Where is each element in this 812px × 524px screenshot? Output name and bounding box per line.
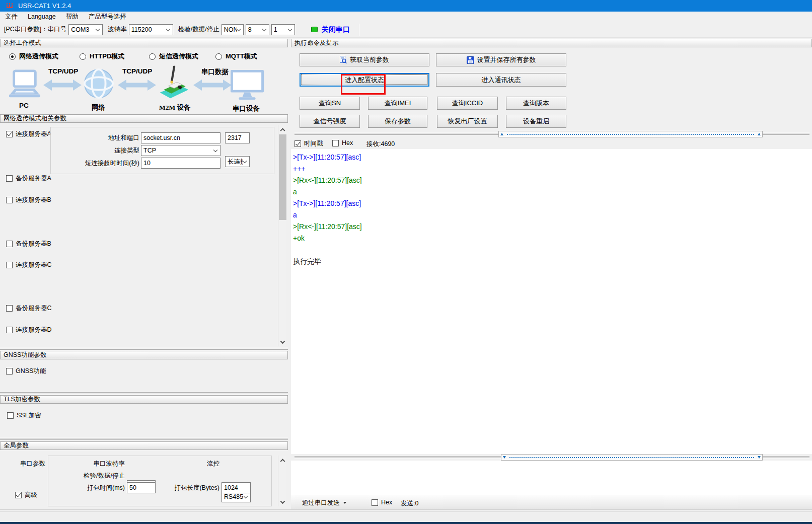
- log-output-area[interactable]: >[Tx->][11:20:57][asc] +++ >[Rx<-][11:20…: [291, 149, 812, 454]
- global-params-header: 全局参数: [0, 441, 288, 450]
- checkbox-icon: [294, 140, 301, 147]
- menu-help[interactable]: 帮助: [61, 12, 84, 22]
- section-separator: [0, 392, 288, 394]
- scroll-down-icon[interactable]: [278, 498, 287, 506]
- checkbox-connect-server-b[interactable]: 连接服务器B: [6, 196, 51, 204]
- link-label-tcp-udp-1: TCP/UDP: [48, 67, 78, 75]
- splitter-dots: [507, 134, 754, 135]
- arrow-pc-network-icon: [43, 79, 82, 91]
- node-label-network: 网络: [92, 103, 105, 112]
- checkbox-connect-server-a[interactable]: 连接服务器A: [6, 130, 51, 138]
- checkbox-icon: [332, 140, 339, 146]
- conn-type-select[interactable]: TCP: [141, 145, 220, 156]
- device-restart-button[interactable]: 设备重启: [506, 115, 566, 128]
- com-port-select[interactable]: COM3: [68, 24, 103, 35]
- chevron-down-icon: [166, 27, 170, 31]
- get-params-button[interactable]: 获取当前参数: [300, 53, 429, 66]
- short-conn-timeout-input[interactable]: 10: [141, 158, 220, 169]
- collapse-arrow-icon: [758, 456, 761, 459]
- checkbox-icon: [6, 368, 13, 375]
- parity-select[interactable]: NONI: [222, 24, 244, 35]
- log-splitter-handle[interactable]: [498, 131, 763, 137]
- window-bottom-edge: [0, 522, 812, 524]
- menu-product-model[interactable]: 产品型号选择: [84, 12, 131, 22]
- query-version-button[interactable]: 查询版本: [506, 97, 566, 110]
- radio-icon: [80, 53, 86, 60]
- checkbox-advanced[interactable]: 高级: [15, 491, 37, 499]
- radio-net-passthrough[interactable]: 网络透传模式: [9, 52, 58, 61]
- scroll-up-icon[interactable]: [278, 456, 287, 464]
- server-a-port-input[interactable]: 2317: [225, 132, 250, 143]
- network-globe-icon: [84, 68, 114, 99]
- chevron-down-icon: [262, 27, 266, 31]
- checkbox-backup-server-a[interactable]: 备份服务器A: [6, 174, 51, 183]
- floppy-save-icon: [467, 56, 474, 64]
- log-line: a: [293, 186, 812, 198]
- chevron-down-icon: [213, 148, 217, 152]
- menu-bar: 文件 Language 帮助 产品型号选择: [0, 12, 812, 22]
- serial-parity-label: 检验/数据/停止: [60, 470, 125, 481]
- splitter-dots: [509, 457, 754, 458]
- radio-mqtt-mode[interactable]: MQTT模式: [215, 52, 257, 61]
- databits-select[interactable]: 8: [246, 24, 269, 35]
- send-toolstrip: [291, 495, 812, 509]
- menu-file[interactable]: 文件: [0, 12, 23, 22]
- m2m-device-icon: [157, 64, 190, 102]
- left-panel-scrollbar[interactable]: [278, 125, 286, 346]
- collapse-arrow-icon: [503, 456, 506, 459]
- radio-httpd-mode[interactable]: HTTPD模式: [80, 52, 124, 61]
- save-params-button[interactable]: 保存参数: [368, 115, 427, 128]
- pack-time-input[interactable]: 50: [127, 482, 156, 493]
- scroll-down-icon[interactable]: [278, 338, 287, 346]
- sent-counter: 发送:0: [401, 499, 418, 508]
- pack-length-input[interactable]: 1024: [222, 482, 251, 493]
- checkbox-send-hex[interactable]: Hex: [372, 499, 392, 506]
- log-line: a: [293, 209, 812, 221]
- window-titlebar[interactable]: USR-CAT1 V1.2.4: [0, 0, 812, 12]
- node-label-serial-device: 串口设备: [233, 104, 260, 113]
- serial-device-monitor-icon: [231, 69, 264, 101]
- query-imei-button[interactable]: 查询IMEI: [368, 97, 427, 110]
- send-text-area[interactable]: [291, 461, 812, 495]
- checkbox-backup-server-b[interactable]: 备份服务器B: [6, 240, 51, 248]
- checkbox-gnss[interactable]: GNSS功能: [6, 367, 46, 376]
- radio-sms-passthrough[interactable]: 短信透传模式: [149, 52, 198, 61]
- checkbox-icon: [6, 175, 13, 182]
- scrollbar-thumb[interactable]: [279, 134, 286, 220]
- set-save-params-button[interactable]: 设置并保存所有参数: [436, 53, 566, 66]
- stopbits-select[interactable]: 1: [271, 24, 295, 35]
- checkbox-icon: [6, 305, 13, 312]
- baud-select[interactable]: 115200: [129, 24, 173, 35]
- enter-comm-button[interactable]: 进入通讯状态: [436, 73, 566, 87]
- serial-toolbar: [PC串口参数]：串口号 COM3 波特率 115200 检验/数据/停止 NO…: [0, 22, 812, 38]
- baud-label: 波特率: [108, 25, 127, 34]
- conn-type-label: 连接类型: [60, 145, 139, 156]
- section-separator: [0, 348, 288, 350]
- scroll-up-icon[interactable]: [278, 125, 287, 133]
- send-splitter-handle[interactable]: [501, 454, 763, 461]
- chevron-down-icon: [237, 27, 241, 31]
- factory-reset-button[interactable]: 恢复出厂设置: [437, 115, 498, 128]
- checkbox-timestamp[interactable]: 时间戳: [294, 139, 323, 148]
- checkbox-backup-server-c[interactable]: 备份服务器C: [6, 304, 52, 313]
- serial-baud-label: 串口波特率: [60, 458, 125, 469]
- query-signal-button[interactable]: 查信号强度: [300, 115, 360, 128]
- keepalive-select[interactable]: 长连接: [225, 156, 250, 167]
- send-via-serial-button[interactable]: 通过串口发送: [302, 498, 346, 508]
- app-logo-icon: [6, 3, 14, 10]
- checkbox-connect-server-c[interactable]: 连接服务器C: [6, 261, 52, 269]
- query-iccid-button[interactable]: 查询ICCID: [437, 97, 498, 110]
- close-port-button[interactable]: 关闭串口: [311, 25, 350, 34]
- global-scrollbar[interactable]: [278, 456, 286, 506]
- doc-search-icon: [340, 56, 347, 64]
- checkbox-ssl[interactable]: SSL加密: [7, 411, 41, 420]
- log-line: >[Tx->][11:20:57][asc]: [293, 152, 812, 163]
- query-sn-button[interactable]: 查询SN: [300, 97, 360, 110]
- checkbox-icon: [6, 327, 13, 333]
- checkbox-connect-server-d[interactable]: 连接服务器D: [6, 326, 52, 334]
- radio-icon: [215, 53, 222, 60]
- pack-length-label: 打包长度(Bytes): [156, 482, 219, 493]
- server-a-address-input[interactable]: socket.usr.cn: [141, 132, 220, 143]
- checkbox-recv-hex[interactable]: Hex: [332, 139, 353, 146]
- menu-language[interactable]: Language: [23, 12, 61, 22]
